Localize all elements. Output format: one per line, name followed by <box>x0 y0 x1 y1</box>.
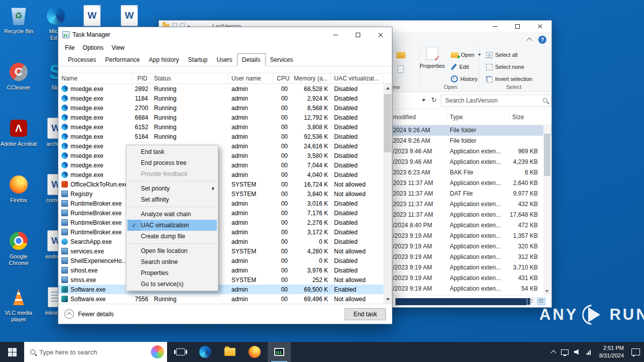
taskbar-button-task-view[interactable] <box>169 342 192 362</box>
column-header-name[interactable]: Name <box>58 73 132 83</box>
select-none-button[interactable]: Select none <box>486 62 524 72</box>
edit-button[interactable]: Edit <box>451 62 469 72</box>
desktop-icon-recycle-bin[interactable]: ♻Recycle Bin <box>0 3 37 52</box>
process-row-runtimebroker-exe[interactable]: RuntimeBroker.exeadmin002,276 KDisabled <box>58 218 383 227</box>
desktop-icon-firefox[interactable]: Firefox <box>0 172 37 221</box>
tab-performance[interactable]: Performance <box>101 54 144 66</box>
process-row-msedge-exe[interactable]: msedge.exeadmin003,580 KDisabled <box>58 151 383 160</box>
explorer-close-button[interactable] <box>529 21 551 32</box>
explorer-maximize-button[interactable] <box>506 21 529 32</box>
start-button[interactable] <box>0 342 24 362</box>
explorer-scrollbar[interactable] <box>543 125 551 295</box>
taskbar-button-firefox[interactable] <box>243 342 266 362</box>
explorer-search-input[interactable] <box>445 97 539 104</box>
scrollbar-thumb[interactable] <box>384 94 391 152</box>
action-center-icon[interactable] <box>631 348 640 355</box>
tm-close-button[interactable] <box>369 27 392 42</box>
menu-options[interactable]: Options <box>78 43 107 53</box>
volume-tray-icon[interactable] <box>574 349 581 355</box>
history-button[interactable]: History <box>451 74 477 84</box>
tm-titlebar[interactable]: Task Manager <box>58 27 392 42</box>
desktop-icon-adobe-acrobat[interactable]: ΛAdobe Acrobat <box>0 116 37 165</box>
process-row-msedge-exe[interactable]: msedge.exeadmin007,044 KDisabled <box>58 160 383 170</box>
column-header-status[interactable]: Status <box>151 73 228 83</box>
menu-item-open-file-location[interactable]: Open file location <box>127 245 217 256</box>
details-view-toggle[interactable] <box>527 298 535 305</box>
process-row-runtimebroker-exe[interactable]: RuntimeBroker.exeadmin007,176 KDisabled <box>58 208 383 218</box>
tab-processes[interactable]: Processes <box>63 54 101 66</box>
process-row-runtimebroker-exe[interactable]: RuntimeBroker.exeadmin003,172 KDisabled <box>58 227 383 237</box>
display-tray-icon[interactable] <box>561 349 569 355</box>
tm-scrollbar[interactable] <box>383 84 392 304</box>
menu-item-search-online[interactable]: Search online <box>127 256 217 267</box>
process-row-sihost-exe[interactable]: sihost.exeadmin003,976 KDisabled <box>58 265 383 275</box>
desktop-icon-ccleaner[interactable]: CCCleaner <box>0 59 37 109</box>
ribbon-collapse-icon[interactable] <box>526 38 532 43</box>
process-row-shellexperiencehost-exe[interactable]: ShellExperienceHost.exeadmin000 KDisable… <box>58 256 383 265</box>
menu-item-uac-virtualization[interactable]: ✓UAC virtualization <box>127 220 217 231</box>
new-folder-button[interactable] <box>396 50 406 60</box>
menu-item-set-affinity[interactable]: Set affinity <box>127 194 217 205</box>
invert-selection-button[interactable]: Invert selection <box>486 74 532 84</box>
process-row-msedge-exe[interactable]: msedge.exeadmin004,040 KDisabled <box>58 170 383 179</box>
menu-item-create-dump-file[interactable]: Create dump file <box>127 231 217 242</box>
process-row-officeclicktorun-exe[interactable]: OfficeClickToRun.exeSYSTEM0016,724 KNot … <box>58 179 383 189</box>
tab-users[interactable]: Users <box>212 54 236 66</box>
hidden-icons-chevron-icon[interactable] <box>550 350 556 355</box>
end-task-button[interactable]: End task <box>345 308 386 320</box>
tm-minimize-button[interactable] <box>324 27 347 42</box>
explorer-minimize-button[interactable] <box>484 21 506 32</box>
taskbar-clock[interactable]: 2:51 PM 8/31/2024 <box>599 344 624 359</box>
menu-item-properties[interactable]: Properties <box>127 267 217 279</box>
taskbar-button-edge[interactable] <box>194 342 217 362</box>
process-row-runtimebroker-exe[interactable]: RuntimeBroker.exeadmin003,016 KDisabled <box>58 199 383 208</box>
fewer-details-toggle[interactable]: Fewer details <box>64 309 114 319</box>
desktop-icon-word-doc-2[interactable]: W <box>118 3 141 29</box>
open-button[interactable]: Open <box>451 50 481 60</box>
taskbar-search-input[interactable] <box>39 348 147 356</box>
process-row-smss-exe[interactable]: smss.exeSYSTEM00252 KNot allowed <box>58 275 383 285</box>
tab-startup[interactable]: Startup <box>184 54 212 66</box>
process-row-software-exe[interactable]: Software.exeadmin0069,500 KEnabled <box>58 285 383 294</box>
tab-services[interactable]: Services <box>266 54 298 66</box>
network-tray-icon[interactable] <box>587 349 591 355</box>
process-row-registry[interactable]: RegistrySYSTEM003,840 KNot allowed <box>58 189 383 199</box>
horizontal-scrollbar[interactable] <box>395 298 530 305</box>
tm-maximize-button[interactable] <box>347 27 369 42</box>
desktop-icon-google-chrome[interactable]: Google Chrome <box>0 228 37 278</box>
column-header-size[interactable]: Size <box>512 114 524 121</box>
column-header-memory-a[interactable]: Memory (a... <box>291 73 331 83</box>
scroll-down-icon[interactable] <box>383 295 392 304</box>
column-header-type[interactable]: Type <box>450 114 463 121</box>
scroll-up-icon[interactable] <box>383 84 392 93</box>
menu-item-provide-feedback[interactable]: Provide feedback <box>127 168 217 179</box>
process-row-msedge-exe[interactable]: msedge.exe6152Runningadmin003,808 KDisab… <box>58 122 383 132</box>
menu-item-end-task[interactable]: End task <box>127 146 217 157</box>
new-item-button[interactable] <box>397 64 404 74</box>
process-row-msedge-exe[interactable]: msedge.exe5164Runningadmin0092,536 KDisa… <box>58 132 383 141</box>
process-row-msedge-exe[interactable]: msedge.exe2892Runningadmin0068,528 KDisa… <box>58 84 383 94</box>
menu-view[interactable]: View <box>108 43 129 53</box>
properties-button[interactable]: Properties <box>418 47 447 69</box>
taskbar-search[interactable] <box>24 342 167 362</box>
select-all-button[interactable]: Select all <box>486 50 518 60</box>
process-row-msedge-exe[interactable]: msedge.exe2700Runningadmin008,568 KDisab… <box>58 103 383 113</box>
desktop-icon-vlc-media-player[interactable]: VLC media player <box>0 285 37 334</box>
menu-item-end-process-tree[interactable]: End process tree <box>127 157 217 168</box>
tab-app-history[interactable]: App history <box>144 54 184 66</box>
tab-details[interactable]: Details <box>237 53 266 66</box>
taskbar-button-task-manager[interactable] <box>268 342 291 362</box>
address-dropdown-icon[interactable] <box>422 99 426 102</box>
column-header-user-name[interactable]: User name <box>228 73 274 83</box>
column-header-cpu[interactable]: CPU <box>274 73 291 83</box>
explorer-search-box[interactable] <box>441 95 551 107</box>
column-header-modified[interactable]: modified <box>393 114 416 121</box>
process-row-msedge-exe[interactable]: msedge.exe6684Runningadmin0012,792 KDisa… <box>58 113 383 122</box>
scroll-down-icon[interactable] <box>545 290 549 293</box>
scrollbar-thumb[interactable] <box>544 134 550 176</box>
refresh-icon[interactable]: ↻ <box>431 96 437 104</box>
menu-item-analyze-wait-chain[interactable]: Analyze wait chain <box>127 209 217 220</box>
menu-item-set-priority[interactable]: Set priority <box>127 183 217 194</box>
desktop-icon-word-doc-1[interactable]: W <box>80 3 104 29</box>
process-row-searchapp-exe[interactable]: SearchApp.exeadmin000 KDisabled <box>58 237 383 246</box>
